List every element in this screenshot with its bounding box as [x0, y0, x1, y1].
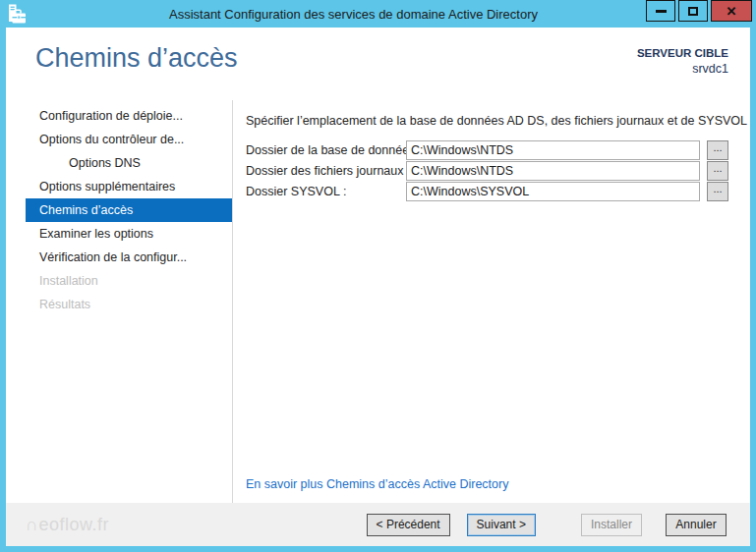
log-folder-label: Dossier des fichiers journaux :	[246, 164, 406, 178]
wizard-frame: Chemins d’accès SERVEUR CIBLE srvdc1 Con…	[6, 28, 750, 546]
wizard-window: Assistant Configuration des services de …	[0, 0, 756, 552]
database-folder-browse-button[interactable]: ...	[707, 140, 728, 160]
log-folder-row: Dossier des fichiers journaux : ...	[246, 161, 728, 181]
nav-item-chemins-acces[interactable]: Chemins d’accès	[26, 198, 232, 222]
maximize-button[interactable]	[678, 0, 708, 22]
database-folder-row: Dossier de la base de données : ...	[246, 140, 728, 160]
sysvol-folder-label: Dossier SYSVOL :	[246, 185, 406, 198]
target-server-name: srvdc1	[637, 61, 728, 77]
nav-item-configuration-deploiement[interactable]: Configuration de déploie...	[26, 104, 232, 128]
database-folder-input[interactable]	[406, 140, 700, 160]
wizard-content: Spécifier l’emplacement de la base de do…	[233, 100, 750, 503]
close-button[interactable]: ✕	[711, 0, 752, 22]
wizard-footer: ∩eoflow.fr < Précédent Suivant > Install…	[6, 503, 750, 546]
target-server-label: SERVEUR CIBLE	[637, 45, 728, 61]
install-button: Installer	[581, 514, 642, 536]
nav-item-options-dns[interactable]: Options DNS	[26, 151, 232, 175]
nav-item-verification-configuration[interactable]: Vérification de la configur...	[26, 246, 232, 269]
instruction-text: Spécifier l’emplacement de la base de do…	[246, 114, 728, 128]
sysvol-folder-row: Dossier SYSVOL : ...	[246, 182, 728, 201]
wizard-header: Chemins d’accès SERVEUR CIBLE srvdc1	[6, 28, 750, 100]
neoflow-watermark: ∩eoflow.fr	[26, 515, 367, 535]
titlebar: Assistant Configuration des services de …	[0, 0, 756, 28]
page-title: Chemins d’accès	[35, 43, 238, 74]
minimize-icon	[656, 10, 667, 13]
sysvol-folder-input[interactable]	[406, 182, 700, 201]
database-folder-label: Dossier de la base de données :	[246, 143, 406, 157]
cancel-button[interactable]: Annuler	[666, 514, 727, 536]
maximize-icon	[688, 7, 698, 16]
learn-more-link[interactable]: En savoir plus Chemins d’accès Active Di…	[246, 477, 508, 491]
wizard-body: Configuration de déploie... Options du c…	[6, 100, 750, 503]
nav-item-installation: Installation	[26, 269, 232, 293]
log-folder-input[interactable]	[406, 161, 700, 181]
window-title: Assistant Configuration des services de …	[59, 7, 648, 22]
nav-item-options-supplementaires[interactable]: Options supplémentaires	[26, 175, 232, 198]
nav-item-options-controleur[interactable]: Options du contrôleur de...	[26, 128, 232, 151]
server-manager-icon	[8, 4, 27, 25]
sysvol-folder-browse-button[interactable]: ...	[707, 182, 728, 201]
next-button[interactable]: Suivant >	[467, 514, 536, 536]
minimize-button[interactable]	[646, 0, 675, 22]
target-server: SERVEUR CIBLE srvdc1	[637, 43, 728, 77]
log-folder-browse-button[interactable]: ...	[707, 161, 728, 181]
nav-item-examiner-options[interactable]: Examiner les options	[26, 222, 232, 246]
previous-button[interactable]: < Précédent	[367, 514, 450, 536]
window-controls: ✕	[646, 0, 752, 22]
wizard-nav: Configuration de déploie... Options du c…	[26, 100, 233, 503]
close-icon: ✕	[727, 5, 737, 18]
nav-item-resultats: Résultats	[26, 293, 232, 316]
